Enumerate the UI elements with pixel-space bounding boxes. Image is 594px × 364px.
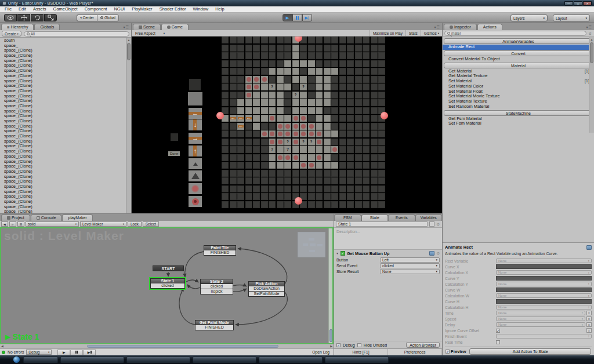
grid-tile-dark[interactable] [371,68,378,75]
grid-tile-light[interactable] [300,60,307,67]
grid-tile-dark[interactable] [261,60,268,67]
grid-tile-dark[interactable] [339,107,346,114]
fsm-transition-row[interactable]: DoDrawAction [248,286,285,292]
palette-arrow-left-button[interactable]: ← [189,108,202,119]
grid-tile-dark[interactable] [237,139,244,145]
fsm-transition-row[interactable]: clicked [150,283,185,289]
grid-tile-light[interactable] [277,115,284,122]
fsm-transition-row[interactable]: SetPaintMode [248,292,285,297]
panel-menu-icon[interactable]: ▾☰ [124,25,129,29]
grid-tile-light[interactable]: ? [269,146,276,153]
grid-tile-dark[interactable] [222,170,229,177]
grid-tile-light[interactable] [277,92,284,99]
grid-tile-dark[interactable] [371,92,378,99]
grid-tile-dark[interactable] [222,45,229,52]
fsm-node-paint-tile[interactable]: Paint TileFINISHED [204,245,236,256]
scale-tool-button[interactable] [44,14,57,21]
grid-tile-dark[interactable] [331,107,338,114]
grid-tile-light[interactable] [292,139,299,145]
grid-tile-dark[interactable] [284,45,291,52]
grid-tile-light[interactable] [316,115,323,122]
panel-menu-icon[interactable]: ▾☰ [434,25,440,29]
palette-extra-tile[interactable] [171,133,178,141]
grid-tile-dark[interactable] [230,193,237,200]
grid-tile-light[interactable] [308,68,315,75]
grid-tile-light[interactable]: ? [292,92,299,99]
grid-tile-dark[interactable] [378,130,385,137]
fsm-node-state-1[interactable]: State 1clicked [150,278,185,289]
grid-tile-light[interactable] [300,130,307,137]
action-header[interactable]: ▼ ✓ Get Mouse Button Up ☼ [334,250,442,257]
graph-horizontal-scrollbar[interactable]: ◀ ▶ [0,344,334,348]
grid-tile-dark[interactable] [292,185,299,192]
grid-tile-dark[interactable] [253,68,260,75]
grid-tile-dark[interactable] [371,170,378,177]
tab-scene[interactable]: Scene [133,24,161,30]
grid-tile-dark[interactable] [269,60,276,67]
grid-tile-dark[interactable] [371,154,378,161]
grid-tile-light[interactable] [261,92,268,99]
grid-tile-dark[interactable] [284,177,291,184]
actions-search-input[interactable] [451,31,584,35]
grid-tile-light[interactable] [292,146,299,153]
grid-tile-dark[interactable] [284,37,291,43]
grid-tile-dark[interactable] [363,193,370,200]
grid-tile-light[interactable] [261,99,268,106]
layers-dropdown[interactable]: Layers▾ [510,14,548,21]
grid-tile-dark[interactable] [253,185,260,192]
grid-tile-dark[interactable] [378,193,385,200]
grid-tile-dark[interactable] [253,162,260,169]
grid-tile-dark[interactable] [253,146,260,153]
grid-tile-dark[interactable] [230,45,237,52]
grid-tile-dark[interactable] [355,170,362,177]
color-swatch-button[interactable] [429,221,434,227]
grid-tile-dark[interactable] [347,115,354,122]
grid-tile-dark[interactable] [245,193,252,200]
grid-tile-dark[interactable] [355,68,362,75]
tab-events[interactable]: Events [388,214,415,221]
field-checkbox[interactable] [496,340,500,344]
grid-tile-light[interactable] [300,146,307,153]
grid-tile-light[interactable] [308,107,315,114]
action-item[interactable]: Convert Material To Object [443,57,594,62]
grid-tile-dark[interactable] [222,185,229,192]
grid-tile-dark[interactable] [230,177,237,184]
palette-triangle-large-button[interactable] [189,170,202,181]
grid-tile-light[interactable]: ? [300,139,307,145]
gear-icon[interactable]: ☼ [436,251,440,256]
menu-window[interactable]: Window [190,6,212,12]
grid-tile-light[interactable] [253,99,260,106]
grid-tile-dark[interactable] [237,193,244,200]
menu-assets[interactable]: Assets [30,6,50,12]
add-action-to-state-button[interactable]: Add Action To State [469,348,591,355]
grid-tile-light[interactable]: ← [245,115,252,122]
grid-tile-light[interactable] [316,154,323,161]
grid-tile-dark[interactable] [355,146,362,153]
variable-toggle-icon[interactable]: ≡ [586,328,592,333]
grid-tile-dark[interactable] [355,92,362,99]
grid-tile-dark[interactable] [222,37,229,43]
grid-tile-dark[interactable] [230,37,237,43]
grid-tile-dark[interactable] [355,83,362,90]
grid-tile-dark[interactable] [331,193,338,200]
action-item[interactable]: Set Fsm Material [443,121,594,126]
grid-tile-dark[interactable] [222,139,229,145]
grid-tile-dark[interactable] [316,201,323,208]
grid-tile-dark[interactable] [363,201,370,208]
grid-tile-dark[interactable] [245,45,252,52]
grid-tile-dark[interactable] [331,139,338,145]
grid-tile-dark[interactable] [339,201,346,208]
gear-icon[interactable]: ☼ [436,222,440,227]
grid-tile-dark[interactable] [347,139,354,145]
field-dropdown[interactable]: None↕ [496,311,585,315]
action-category-header[interactable]: AnimateVariables [444,38,593,44]
step-button[interactable]: ▶ [302,14,312,21]
grid-tile-dark[interactable] [237,60,244,67]
grid-tile-dark[interactable] [230,99,237,106]
grid-tile-dark[interactable] [339,177,346,184]
preview-checkbox[interactable]: ✓ [446,350,450,354]
taskbar-window-button[interactable] [60,356,124,363]
grid-tile-dark[interactable] [378,154,385,161]
grid-tile-dark[interactable] [222,177,229,184]
field-dropdown[interactable]: ↕ [496,334,592,338]
